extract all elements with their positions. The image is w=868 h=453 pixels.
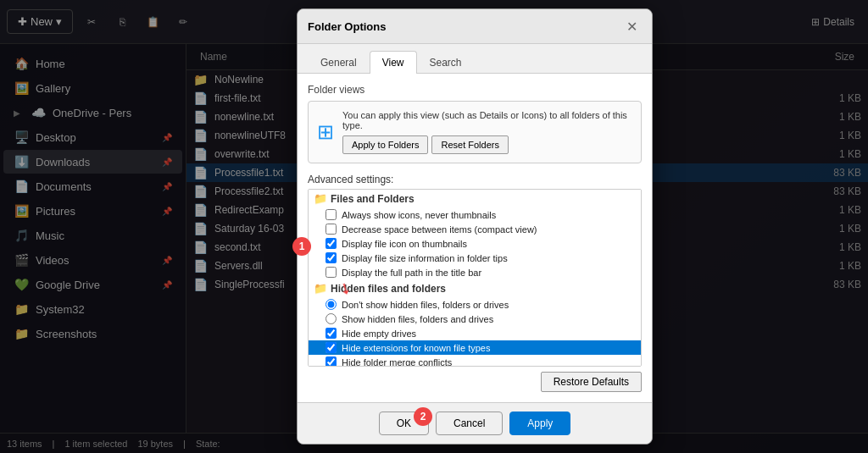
cancel-button[interactable]: Cancel: [436, 412, 503, 435]
dialog-tabs: General View Search: [298, 44, 652, 74]
restore-btn-row: Restore Defaults: [308, 372, 642, 392]
adv-item-label: Display the full path in the title bar: [342, 268, 481, 278]
group-label: Files and Folders: [331, 193, 415, 205]
restore-defaults-button[interactable]: Restore Defaults: [541, 372, 642, 392]
dialog-body: Folder views ⊞ You can apply this view (…: [298, 74, 652, 402]
dialog-close-button[interactable]: ✕: [621, 16, 642, 36]
apply-button[interactable]: Apply: [509, 412, 570, 435]
adv-item-label: Hide folder merge conflicts: [342, 357, 452, 367]
folder-views-description: You can apply this view (such as Details…: [342, 110, 632, 130]
adv-item-file-size-info[interactable]: Display file size information in folder …: [309, 251, 641, 265]
group-files-folders: 📁 Files and Folders: [309, 190, 641, 207]
adv-item-always-icons[interactable]: Always show icons, never thumbnails: [309, 207, 641, 222]
adv-item-label: Hide empty drives: [342, 329, 416, 339]
apply-to-folders-button[interactable]: Apply to Folders: [342, 135, 428, 154]
checkbox-always-icons[interactable]: [326, 209, 337, 220]
folder-group-icon: 📁: [314, 192, 327, 205]
group-label: Hidden files and folders: [331, 283, 446, 295]
checkbox-full-path[interactable]: [326, 267, 337, 278]
adv-item-label: Decrease space between items (compact vi…: [342, 224, 537, 235]
tab-search[interactable]: Search: [417, 51, 475, 74]
checkbox-compact[interactable]: [326, 224, 337, 235]
adv-item-compact[interactable]: Decrease space between items (compact vi…: [309, 222, 641, 236]
folder-views-box: ⊞ You can apply this view (such as Detai…: [308, 101, 642, 163]
adv-item-hide-empty-drives[interactable]: Hide empty drives: [309, 326, 641, 340]
adv-item-hide-extensions[interactable]: Hide extensions for known file types: [309, 340, 641, 355]
adv-item-label: Display file icon on thumbnails: [342, 239, 467, 249]
adv-item-label: Display file size information in folder …: [342, 253, 508, 263]
tab-view[interactable]: View: [370, 51, 417, 74]
dialog-title: Folder Options: [308, 20, 386, 33]
adv-item-dont-show-hidden[interactable]: Don't show hidden files, folders or driv…: [309, 297, 641, 312]
folder-group-icon: 📁: [314, 282, 327, 295]
dialog-footer: OK Cancel Apply: [298, 402, 652, 444]
ok-button[interactable]: OK: [379, 412, 429, 435]
checkbox-hide-empty-drives[interactable]: [326, 328, 337, 339]
radio-show-hidden[interactable]: [326, 313, 337, 324]
folder-views-section: Folder views ⊞ You can apply this view (…: [308, 84, 642, 163]
tab-general[interactable]: General: [308, 51, 370, 74]
folder-views-content: You can apply this view (such as Details…: [342, 110, 632, 154]
checkbox-hide-merge[interactable]: [326, 356, 337, 367]
folder-view-icon: ⊞: [317, 120, 334, 144]
checkbox-file-size-info[interactable]: [326, 252, 337, 263]
adv-item-label: Show hidden files, folders and drives: [342, 314, 493, 324]
adv-item-label: Hide extensions for known file types: [342, 343, 490, 353]
advanced-label: Advanced settings:: [308, 174, 642, 185]
adv-item-hide-merge[interactable]: Hide folder merge conflicts: [309, 355, 641, 367]
adv-item-label: Don't show hidden files, folders or driv…: [342, 300, 509, 310]
section-label: Folder views: [308, 84, 642, 96]
dialog-titlebar: Folder Options ✕: [298, 9, 652, 44]
adv-item-full-path[interactable]: Display the full path in the title bar: [309, 265, 641, 279]
adv-item-label: Always show icons, never thumbnails: [342, 210, 496, 220]
advanced-settings-list[interactable]: 📁 Files and Folders Always show icons, n…: [308, 189, 642, 367]
reset-folders-button[interactable]: Reset Folders: [431, 135, 508, 154]
checkbox-hide-extensions[interactable]: [326, 342, 337, 353]
adv-item-file-icon-thumbnails[interactable]: Display file icon on thumbnails: [309, 236, 641, 251]
folder-options-dialog: Folder Options ✕ General View Search Fol…: [297, 8, 653, 445]
group-hidden-files: 📁 Hidden files and folders: [309, 279, 641, 297]
folder-views-buttons: Apply to Folders Reset Folders: [342, 135, 632, 154]
checkbox-file-icon-thumbnails[interactable]: [326, 238, 337, 249]
adv-item-show-hidden[interactable]: Show hidden files, folders and drives: [309, 312, 641, 326]
radio-dont-show[interactable]: [326, 299, 337, 310]
